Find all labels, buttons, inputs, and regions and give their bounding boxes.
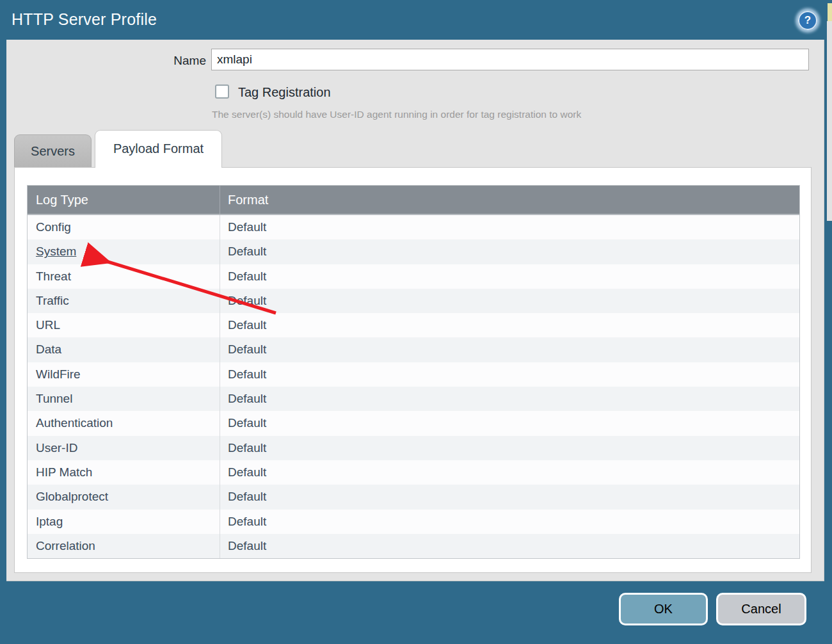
name-label: Name (6, 54, 206, 68)
table-row: WildFire Default (28, 362, 799, 387)
log-type-cell[interactable]: Authentication (28, 411, 220, 435)
table-row: Data Default (28, 337, 799, 362)
log-type-cell[interactable]: User-ID (28, 436, 220, 460)
ok-button[interactable]: OK (619, 593, 708, 625)
format-cell[interactable]: Default (220, 215, 799, 239)
payload-format-tab-panel: Log Type Format Config Default System De… (14, 167, 812, 573)
format-cell[interactable]: Default (220, 264, 799, 289)
tag-registration-label: Tag Registration (238, 85, 331, 100)
log-type-cell[interactable]: System (28, 239, 220, 264)
log-type-cell[interactable]: Iptag (28, 510, 220, 534)
log-type-cell[interactable]: Tunnel (28, 387, 220, 411)
table-header-row: Log Type Format (28, 186, 799, 215)
format-cell[interactable]: Default (220, 387, 799, 411)
column-header-log-type: Log Type (28, 186, 220, 214)
log-type-cell[interactable]: Correlation (28, 534, 220, 558)
cancel-button[interactable]: Cancel (716, 593, 806, 625)
tag-registration-checkbox[interactable] (215, 85, 229, 99)
table-row: Traffic Default (28, 289, 799, 313)
tab-payload-format[interactable]: Payload Format (95, 130, 222, 168)
background-page-sliver-gray (827, 21, 832, 221)
table-row: Authentication Default (28, 411, 799, 435)
column-header-format: Format (220, 186, 799, 214)
http-server-profile-dialog: HTTP Server Profile ? Name Tag Registrat… (0, 0, 832, 644)
payload-format-table: Log Type Format Config Default System De… (27, 185, 800, 559)
tag-registration-hint: The server(s) should have User-ID agent … (212, 109, 581, 120)
format-cell[interactable]: Default (220, 510, 799, 534)
table-row: Threat Default (28, 264, 799, 289)
name-input[interactable] (211, 49, 809, 70)
table-row: User-ID Default (28, 436, 799, 460)
table-row: Correlation Default (28, 534, 799, 558)
dialog-titlebar: HTTP Server Profile ? (0, 0, 832, 40)
log-type-cell[interactable]: Data (28, 337, 220, 362)
log-type-cell[interactable]: URL (28, 313, 220, 337)
log-type-cell[interactable]: WildFire (28, 362, 220, 387)
log-type-cell[interactable]: Globalprotect (28, 485, 220, 509)
table-row: Iptag Default (28, 510, 799, 534)
table-body: Config Default System Default Threat Def… (28, 215, 799, 558)
table-row: Tunnel Default (28, 387, 799, 411)
format-cell[interactable]: Default (220, 436, 799, 460)
format-cell[interactable]: Default (220, 239, 799, 264)
format-cell[interactable]: Default (220, 534, 799, 558)
format-cell[interactable]: Default (220, 411, 799, 435)
log-type-cell[interactable]: Threat (28, 264, 220, 289)
dialog-title: HTTP Server Profile (12, 10, 157, 29)
format-cell[interactable]: Default (220, 289, 799, 313)
tab-servers[interactable]: Servers (14, 134, 92, 167)
format-cell[interactable]: Default (220, 313, 799, 337)
format-cell[interactable]: Default (220, 485, 799, 509)
log-type-cell[interactable]: HIP Match (28, 460, 220, 485)
help-icon[interactable]: ? (798, 11, 817, 30)
table-row: Globalprotect Default (28, 485, 799, 509)
format-cell[interactable]: Default (220, 362, 799, 387)
table-row: HIP Match Default (28, 460, 799, 485)
dialog-body-panel: Name Tag Registration The server(s) shou… (6, 40, 824, 581)
log-type-cell[interactable]: Traffic (28, 289, 220, 313)
format-cell[interactable]: Default (220, 460, 799, 485)
table-row: Config Default (28, 215, 799, 239)
table-row: URL Default (28, 313, 799, 337)
log-type-cell[interactable]: Config (28, 215, 220, 239)
format-cell[interactable]: Default (220, 337, 799, 362)
table-row: System Default (28, 239, 799, 264)
